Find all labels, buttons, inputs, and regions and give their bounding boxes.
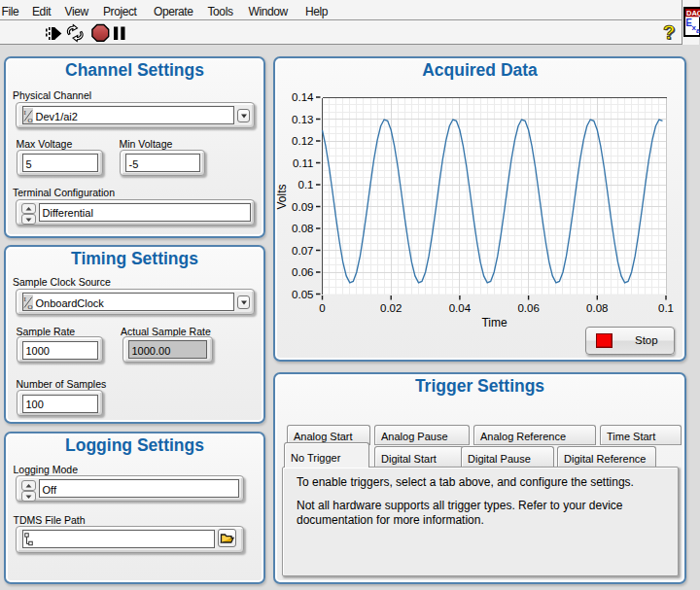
svg-text:0: 0	[319, 302, 325, 314]
svg-text:Volts: Volts	[275, 184, 289, 209]
svg-text:0.08: 0.08	[586, 302, 608, 314]
svg-text:O: O	[28, 303, 33, 310]
svg-text:0.13: 0.13	[292, 114, 313, 125]
svg-text:0.08: 0.08	[292, 223, 313, 234]
svg-text:0.09: 0.09	[292, 201, 313, 213]
svg-text:Time: Time	[481, 316, 508, 330]
svg-text:0.1: 0.1	[298, 179, 314, 191]
svg-text:0.1: 0.1	[658, 302, 674, 314]
svg-text:0.02: 0.02	[380, 302, 402, 314]
svg-text:O: O	[28, 117, 33, 123]
svg-text:0.06: 0.06	[292, 266, 313, 278]
svg-text:0.06: 0.06	[517, 302, 539, 314]
svg-text:0.14: 0.14	[292, 91, 314, 103]
svg-text:?: ?	[663, 21, 675, 43]
svg-text:0.07: 0.07	[292, 245, 313, 257]
svg-text:DAQ: DAQ	[686, 9, 700, 17]
svg-text:0.11: 0.11	[293, 157, 314, 169]
svg-text:0.04: 0.04	[449, 302, 472, 314]
svg-text:a: a	[696, 26, 700, 35]
svg-text:0.12: 0.12	[292, 135, 313, 147]
svg-text:0.05: 0.05	[292, 289, 313, 300]
